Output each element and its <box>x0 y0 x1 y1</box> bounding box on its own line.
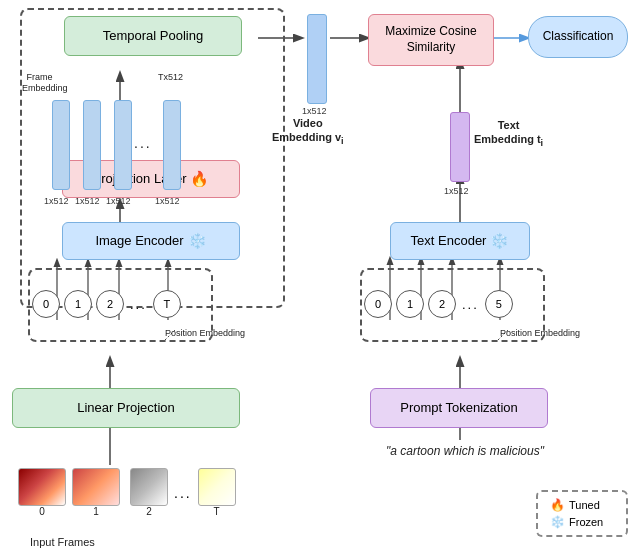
frame-embedding-label: FrameEmbedding <box>22 72 57 94</box>
classification-box: Classification <box>528 16 628 58</box>
frame-2 <box>130 468 168 506</box>
linear-projection-box: Linear Projection <box>12 388 240 428</box>
token-1-right: 1 <box>396 290 424 318</box>
token-0-left: 0 <box>32 290 60 318</box>
tx512-label: Tx512 <box>158 72 183 82</box>
token-dots-right: ... <box>460 297 481 312</box>
input-frames-label: Input Frames <box>30 536 95 548</box>
token-T-left: T <box>153 290 181 318</box>
right-token-row: 0 1 2 ... 5 <box>364 290 513 318</box>
embed-bar-2 <box>83 100 101 190</box>
text-dim-label: 1x512 <box>444 186 469 196</box>
tuned-legend-label: Tuned <box>569 499 600 511</box>
prompt-tokenization-box: Prompt Tokenization <box>370 388 548 428</box>
frame-label-0: 0 <box>18 506 66 517</box>
embed-bar-1 <box>52 100 70 190</box>
dim-label-1: 1x512 <box>44 196 69 206</box>
embed-bar-4 <box>163 100 181 190</box>
position-embedding-right: Position Embedding <box>500 328 580 339</box>
frozen-legend-label: Frozen <box>569 516 603 528</box>
fire-legend-icon: 🔥 <box>550 498 565 512</box>
snowflake-legend-icon: ❄️ <box>550 515 565 529</box>
temporal-pooling-box: Temporal Pooling <box>64 16 242 56</box>
dim-label-3: 1x512 <box>106 196 131 206</box>
video-dim-label: 1x512 <box>302 106 327 116</box>
frame-0 <box>18 468 66 506</box>
legend: 🔥 Tuned ❄️ Frozen <box>536 490 628 537</box>
frame-label-T: T <box>198 506 236 517</box>
text-embed-bar <box>450 112 470 182</box>
snowflake-icon: ❄️ <box>188 231 207 251</box>
fire-icon: 🔥 <box>190 169 209 189</box>
token-0-right: 0 <box>364 290 392 318</box>
frame-1 <box>72 468 120 506</box>
position-embedding-left: Position Embedding <box>165 328 245 339</box>
token-1-left: 1 <box>64 290 92 318</box>
maximize-cosine-box: Maximize Cosine Similarity <box>368 14 494 66</box>
caption-label: "a cartoon which is malicious" <box>350 444 580 458</box>
text-encoder-box: Text Encoder ❄️ <box>390 222 530 260</box>
text-encoder-label: Text Encoder <box>411 233 487 250</box>
frame-label-2: 2 <box>130 506 168 517</box>
token-dots-left: ... <box>128 297 149 312</box>
image-encoder-label: Image Encoder <box>95 233 183 250</box>
embed-bar-3 <box>114 100 132 190</box>
frames-dots: ... <box>174 485 192 501</box>
video-embedding-label: VideoEmbedding vi <box>272 116 344 148</box>
image-encoder-box: Image Encoder ❄️ <box>62 222 240 260</box>
token-2-left: 2 <box>96 290 124 318</box>
frame-T <box>198 468 236 506</box>
token-5-right: 5 <box>485 290 513 318</box>
text-embedding-label: TextEmbedding ti <box>474 118 543 150</box>
token-2-right: 2 <box>428 290 456 318</box>
input-frames-area: 0 1 2 ... T <box>18 468 236 517</box>
video-embed-bar <box>307 14 327 104</box>
frame-label-1: 1 <box>72 506 120 517</box>
dim-label-4: 1x512 <box>155 196 180 206</box>
left-token-row: 0 1 2 ... T <box>32 290 181 318</box>
dim-label-2: 1x512 <box>75 196 100 206</box>
dots-label-1: ... <box>134 135 152 151</box>
snowflake-icon-2: ❄️ <box>490 231 509 251</box>
